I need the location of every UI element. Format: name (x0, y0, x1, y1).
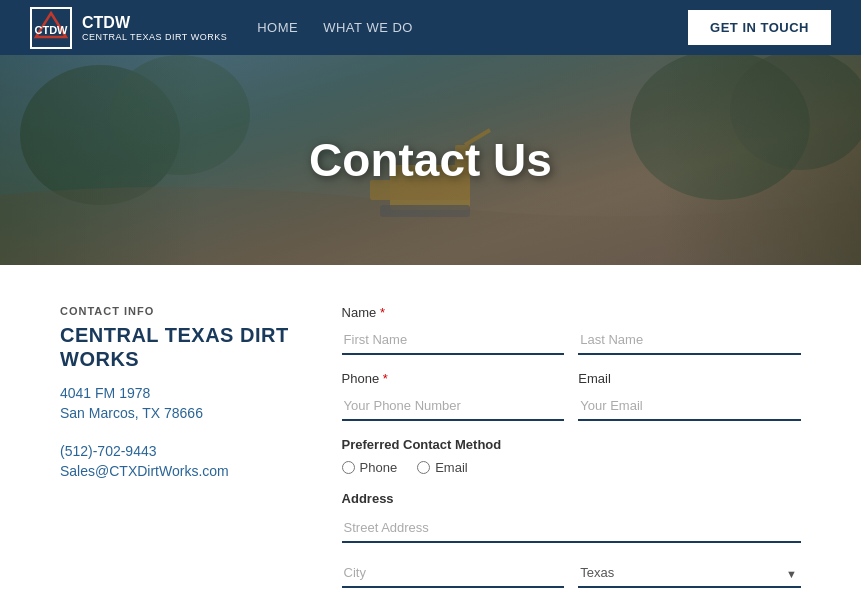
main-content: CONTACT INFO CENTRAL TEXAS DIRT WORKS 40… (0, 265, 861, 600)
preferred-contact-section: Preferred Contact Method Phone Email (342, 437, 801, 475)
phone-group: Phone * (342, 371, 565, 421)
phone-link[interactable]: (512)-702-9443 (60, 443, 302, 459)
radio-email-option[interactable]: Email (417, 460, 468, 475)
contact-info-section: CONTACT INFO CENTRAL TEXAS DIRT WORKS 40… (60, 305, 342, 600)
radio-email-label: Email (435, 460, 468, 475)
street-group (342, 514, 801, 543)
name-row (342, 326, 801, 355)
get-in-touch-button[interactable]: GET IN TOUCH (688, 10, 831, 45)
logo: CTDW CTDW CENTRAL TEXAS DIRT WORKS (30, 7, 227, 49)
address-section: Address AlabamaAlaskaArizonaArkansasCali… (342, 491, 801, 600)
company-name: CENTRAL TEXAS DIRT WORKS (60, 323, 302, 371)
contact-form: Name * Phone * Email (342, 305, 801, 600)
first-name-input[interactable] (342, 326, 565, 355)
email-group: Email (578, 371, 801, 421)
street-input[interactable] (342, 514, 801, 543)
email-link[interactable]: Sales@CTXDirtWorks.com (60, 463, 302, 479)
phone-email-row: Phone * Email (342, 371, 801, 421)
city-input[interactable] (342, 559, 565, 588)
phone-input[interactable] (342, 392, 565, 421)
hero-title: Contact Us (309, 133, 552, 187)
last-name-group (578, 326, 801, 355)
first-name-group (342, 326, 565, 355)
address-line1[interactable]: 4041 FM 1978 (60, 385, 302, 401)
email-label: Email (578, 371, 801, 386)
last-name-input[interactable] (578, 326, 801, 355)
state-group: AlabamaAlaskaArizonaArkansasCaliforniaCo… (578, 559, 801, 588)
address-line2[interactable]: San Marcos, TX 78666 (60, 405, 302, 421)
city-group (342, 559, 565, 588)
logo-icon: CTDW (30, 7, 72, 49)
preferred-contact-label: Preferred Contact Method (342, 437, 801, 452)
radio-email-input[interactable] (417, 461, 430, 474)
state-select[interactable]: AlabamaAlaskaArizonaArkansasCaliforniaCo… (578, 559, 801, 588)
nav-what-we-do[interactable]: WHAT WE DO (323, 20, 413, 35)
phone-label: Phone * (342, 371, 565, 386)
logo-text: CTDW CENTRAL TEXAS DIRT WORKS (82, 13, 227, 43)
address-label: Address (342, 491, 801, 506)
svg-point-5 (110, 55, 250, 175)
name-label: Name * (342, 305, 801, 320)
email-input[interactable] (578, 392, 801, 421)
radio-group: Phone Email (342, 460, 801, 475)
radio-phone-label: Phone (360, 460, 398, 475)
svg-text:CTDW: CTDW (35, 24, 69, 36)
radio-phone-option[interactable]: Phone (342, 460, 398, 475)
hero-banner: Contact Us (0, 55, 861, 265)
nav-left: CTDW CTDW CENTRAL TEXAS DIRT WORKS HOME … (30, 7, 413, 49)
nav-links: HOME WHAT WE DO (257, 20, 413, 35)
nav-home[interactable]: HOME (257, 20, 298, 35)
svg-rect-12 (380, 205, 470, 217)
city-state-row: AlabamaAlaskaArizonaArkansasCaliforniaCo… (342, 559, 801, 588)
radio-phone-input[interactable] (342, 461, 355, 474)
navbar: CTDW CTDW CENTRAL TEXAS DIRT WORKS HOME … (0, 0, 861, 55)
contact-info-label: CONTACT INFO (60, 305, 302, 317)
